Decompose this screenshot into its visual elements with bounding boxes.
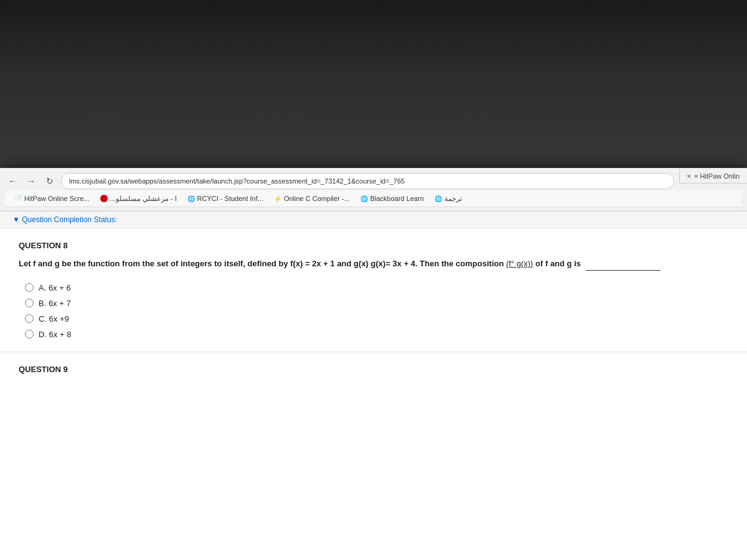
page-content: ▼ Question Completion Status: QUESTION 8… (0, 212, 747, 554)
bookmark-translate[interactable]: 🌐 ترجمة (430, 193, 466, 204)
arabic-icon (100, 194, 108, 203)
radio-c[interactable] (25, 314, 34, 323)
address-bar-row: ← → ↻ + × HitPaw Onlin (5, 172, 742, 190)
browser-chrome: ← → ↻ + × HitPaw Onlin 📄 HitPaw Online S… (0, 168, 747, 212)
option-c-label: C. 6x +9 (39, 314, 69, 324)
question-text-bold-intro: Let f and g be the function from the set… (19, 259, 506, 268)
x-close-icon: × (687, 172, 691, 180)
question-8-section: QUESTION 8 Let f and g be the function f… (0, 228, 747, 352)
question-completion-bar[interactable]: ▼ Question Completion Status: (0, 212, 747, 228)
question-completion-link[interactable]: ▼ Question Completion Status: (12, 215, 117, 224)
bookmark-blackboard-label: Blackboard Learn (370, 195, 424, 202)
option-a-label: A. 6x + 6 (39, 283, 71, 292)
bookmark-arabic-label: ...ا - مرعشلي مسلسلو (110, 195, 177, 203)
translate-icon: 🌐 (434, 194, 443, 203)
radio-b[interactable] (25, 299, 34, 307)
composition-notation: (f° g(x)) (506, 259, 533, 268)
refresh-button[interactable]: ↻ (42, 174, 57, 189)
bookmark-hitpaw[interactable]: 📄 HitPaw Online Scre... (10, 193, 93, 204)
bookmark-translate-label: ترجمة (444, 195, 462, 203)
answer-blank (586, 270, 660, 271)
bookmark-hitpaw-label: HitPaw Online Scre... (24, 195, 90, 202)
question-8-text: Let f and g be the function from the set… (19, 258, 728, 271)
browser-window: ← → ↻ + × HitPaw Onlin 📄 HitPaw Online S… (0, 168, 747, 560)
background-room (0, 0, 747, 193)
radio-a[interactable] (25, 283, 34, 292)
bookmark-arabic[interactable]: ...ا - مرعشلي مسلسلو (96, 193, 181, 204)
option-d-label: D. 6x + 8 (39, 330, 71, 339)
back-button[interactable]: ← (5, 174, 20, 189)
option-d[interactable]: D. 6x + 8 (25, 330, 728, 339)
compiler-icon: ⚡ (273, 194, 282, 203)
question-9-section: QUESTION 9 (0, 352, 747, 394)
bookmark-blackboard[interactable]: 🌐 Blackboard Learn (356, 193, 428, 204)
option-a[interactable]: A. 6x + 6 (25, 283, 728, 292)
bookmark-compiler-label: Online C Compiler -... (284, 195, 350, 202)
hitpaw-icon: 📄 (14, 194, 22, 203)
radio-d[interactable] (25, 330, 34, 338)
rcyci-icon: 🌐 (187, 194, 195, 203)
hitpaw-tab-label: × HitPaw Onlin (694, 172, 740, 180)
option-b[interactable]: B. 6x + 7 (25, 299, 728, 308)
forward-button[interactable]: → (24, 174, 39, 189)
question-9-number: QUESTION 9 (19, 365, 728, 374)
bookmark-rcyci-label: RCYCI - Student Inf... (197, 195, 263, 202)
bookmark-rcyci[interactable]: 🌐 RCYCI - Student Inf... (183, 193, 267, 204)
hitpaw-tab-partial[interactable]: × × HitPaw Onlin (679, 169, 748, 184)
bookmarks-bar: 📄 HitPaw Online Scre... ...ا - مرعشلي مس… (5, 190, 742, 207)
answer-options: A. 6x + 6 B. 6x + 7 C. 6x +9 D. 6x + 8 (25, 283, 728, 339)
address-bar-input[interactable] (61, 173, 674, 189)
bookmark-compiler[interactable]: ⚡ Online C Compiler -... (270, 193, 354, 204)
question-text-bold-end: of f and g is (533, 259, 581, 268)
option-b-label: B. 6x + 7 (39, 299, 71, 308)
question-8-number: QUESTION 8 (19, 241, 728, 250)
option-c[interactable]: C. 6x +9 (25, 314, 728, 324)
blackboard-icon: 🌐 (360, 194, 369, 203)
